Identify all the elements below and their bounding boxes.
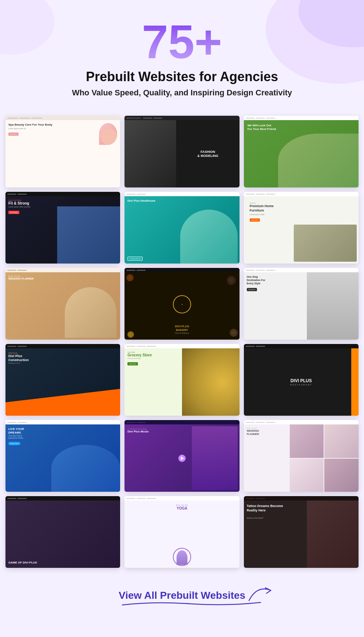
main-title: Prebuilt Websites for Agencies: [7, 69, 357, 84]
bakery-title: DIVI PLUSBAKERY: [175, 325, 189, 332]
card-spa[interactable]: Spa Beauty Care For Your Body Lorem ipsu…: [5, 116, 120, 187]
card-tattoo[interactable]: Tattoo Dreams BecomeReality Here Ready t…: [244, 496, 359, 568]
card-fitness[interactable]: Keep Your Body Fit & Strong Lorem ipsum …: [5, 192, 120, 264]
big-number: 75+: [7, 18, 357, 66]
card-furniture[interactable]: DiviPlus Premium HomeFurniture Lorem ips…: [244, 192, 359, 264]
spa-title: Spa Beauty Care For Your Body: [8, 123, 96, 127]
card-grocery[interactable]: Your Online Grocery Store Fresh products…: [124, 344, 239, 416]
header-section: 75+ Prebuilt Websites for Agencies Who V…: [0, 0, 364, 108]
sub-title: Who Value Speed, Quality, and Inspiring …: [7, 88, 357, 98]
card-fashion[interactable]: FASHION STYLING & FASHION& MODELING: [124, 116, 239, 187]
footer-cta: View All Prebuilt Websites: [0, 575, 364, 623]
fashion-title: FASHION& MODELING: [197, 150, 218, 158]
card-game[interactable]: GAME OF DIVI PLUS: [5, 496, 120, 568]
view-all-link[interactable]: View All Prebuilt Websites: [119, 590, 245, 601]
card-yoga[interactable]: DIVI PLUS YOGA: [124, 496, 239, 568]
pet-title: We Will Look OutFor Your Best Friend: [248, 124, 276, 131]
card-wedding2[interactable]: DIVI PLUS WEDDINGPLANNER: [244, 420, 359, 492]
health-title: Divi Plus Healthcare: [127, 199, 155, 203]
tattoo-title: Tattoo Dreams BecomeReality Here: [247, 504, 283, 513]
wedding-title: WEDDING PLANNER: [8, 277, 34, 280]
website-grid: Spa Beauty Care For Your Body Lorem ipsu…: [0, 108, 364, 575]
card-wedding[interactable]: DIVI PLUS WEDDING PLANNER: [5, 268, 120, 340]
card-pet[interactable]: We Will Look OutFor Your Best Friend: [244, 116, 359, 187]
style-title: One StopDestination ForEvery Style: [247, 275, 265, 285]
grocery-title: Grocery Store: [127, 353, 152, 357]
music-title: Divi Plus Music: [127, 430, 149, 434]
card-health[interactable]: Divi Plus Healthcare Get Appointment: [124, 192, 239, 264]
card-travel[interactable]: LIVE YOURDREAMS Your Next TravelExperien…: [5, 420, 120, 492]
card-style[interactable]: One StopDestination ForEvery Style Shop …: [244, 268, 359, 340]
underline-decoration: [119, 600, 264, 607]
furniture-title: Premium HomeFurniture: [250, 204, 353, 213]
card-construction[interactable]: DIVI PLUS Divi PlusConstruction Building…: [5, 344, 120, 416]
construction-title: Divi PlusConstruction: [8, 354, 29, 362]
travel-title: LIVE YOURDREAMS: [8, 427, 24, 434]
yoga-title: YOGA: [176, 506, 188, 510]
wedding2-title: WEDDINGPLANNER: [247, 429, 259, 436]
card-bakery[interactable]: ★ DIVI PLUSBAKERY Fresh & Delicious: [124, 268, 239, 340]
card-restaurant[interactable]: DIVI PLUS RESTAURANT: [244, 344, 359, 416]
card-music[interactable]: Let The Music Take You Away Divi Plus Mu…: [124, 420, 239, 492]
game-title: GAME OF DIVI PLUS: [8, 561, 37, 564]
restaurant-title: DIVI PLUS: [290, 379, 312, 383]
fitness-title: Fit & Strong: [8, 201, 30, 206]
